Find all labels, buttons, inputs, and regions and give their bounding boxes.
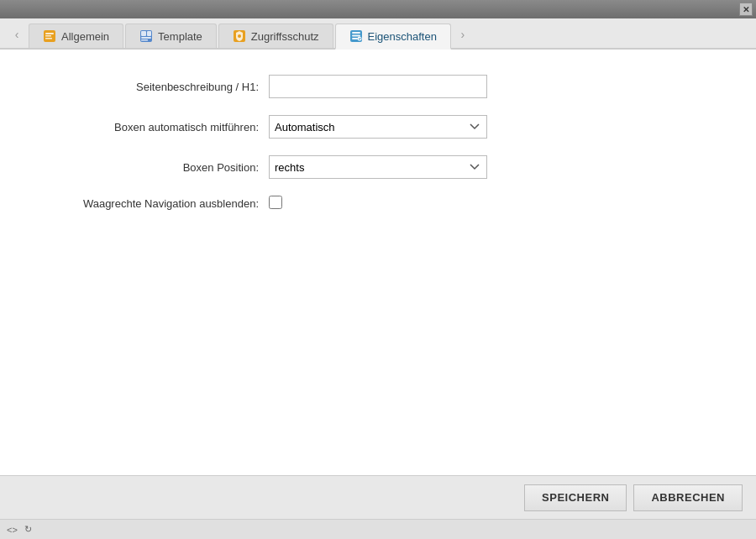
close-button[interactable]: ✕ <box>739 3 753 16</box>
refresh-icon[interactable]: ↻ <box>24 524 32 535</box>
boxen-position-control: rechts links oben unten <box>269 155 487 179</box>
svg-rect-6 <box>147 31 151 36</box>
boxen-mitfuehren-label: Boxen automatisch mitführen: <box>34 121 269 133</box>
statusbar: <> ↻ <box>0 519 756 539</box>
svg-rect-2 <box>45 35 51 37</box>
boxen-position-select[interactable]: rechts links oben unten <box>269 155 487 179</box>
template-icon <box>139 29 153 43</box>
titlebar: ✕ <box>0 0 756 18</box>
svg-rect-13 <box>352 35 360 37</box>
main-window: ✕ ‹ Allgemein <box>0 0 756 539</box>
tab-eigenschaften[interactable]: Eigenschaften <box>335 24 451 50</box>
svg-rect-8 <box>141 39 148 41</box>
tab-allgemein[interactable]: Allgemein <box>29 24 123 48</box>
seitenbeschreibung-control <box>269 75 487 98</box>
svg-rect-7 <box>141 37 151 39</box>
cancel-button[interactable]: ABBRECHEN <box>633 484 743 511</box>
svg-rect-3 <box>45 38 52 39</box>
boxen-mitfuehren-select[interactable]: Automatisch Ja Nein <box>269 115 487 139</box>
tab-allgemein-label: Allgemein <box>61 30 109 43</box>
boxen-position-row: Boxen Position: rechts links oben unten <box>34 155 722 179</box>
seitenbeschreibung-label: Seitenbeschreibung / H1: <box>34 81 269 93</box>
svg-rect-1 <box>45 33 54 34</box>
tab-prev-button[interactable]: ‹ <box>7 24 27 48</box>
content-area: Seitenbeschreibung / H1: Boxen automatis… <box>0 50 756 475</box>
eigenschaften-icon <box>349 29 363 43</box>
boxen-position-label: Boxen Position: <box>34 161 269 174</box>
seitenbeschreibung-input[interactable] <box>269 75 487 98</box>
footer: SPEICHERN ABBRECHEN <box>0 475 756 519</box>
tab-template[interactable]: Template <box>125 24 217 48</box>
waagrechte-nav-label: Waagrechte Navigation ausblenden: <box>34 197 269 210</box>
code-icon[interactable]: <> <box>7 525 18 535</box>
svg-point-10 <box>238 34 241 38</box>
zugriffsschutz-icon <box>233 29 246 43</box>
boxen-mitfuehren-row: Boxen automatisch mitführen: Automatisch… <box>34 115 722 139</box>
tab-eigenschaften-label: Eigenschaften <box>368 30 437 43</box>
waagrechte-nav-row: Waagrechte Navigation ausblenden: <box>34 196 722 212</box>
waagrechte-nav-checkbox[interactable] <box>269 196 282 209</box>
tab-template-label: Template <box>158 30 202 43</box>
svg-point-15 <box>357 37 361 41</box>
tab-zugriffsschutz-label: Zugriffsschutz <box>251 30 319 43</box>
tab-next-button[interactable]: › <box>453 24 473 48</box>
tabbar: ‹ Allgemein <box>0 18 756 50</box>
svg-rect-5 <box>141 31 146 36</box>
save-button[interactable]: SPEICHERN <box>524 484 627 511</box>
svg-rect-12 <box>352 32 360 34</box>
tab-zugriffsschutz[interactable]: Zugriffsschutz <box>218 24 333 48</box>
allgemein-icon <box>43 29 56 43</box>
svg-rect-14 <box>352 38 358 39</box>
waagrechte-nav-control <box>269 196 487 212</box>
boxen-mitfuehren-control: Automatisch Ja Nein <box>269 115 487 139</box>
seitenbeschreibung-row: Seitenbeschreibung / H1: <box>34 75 722 98</box>
